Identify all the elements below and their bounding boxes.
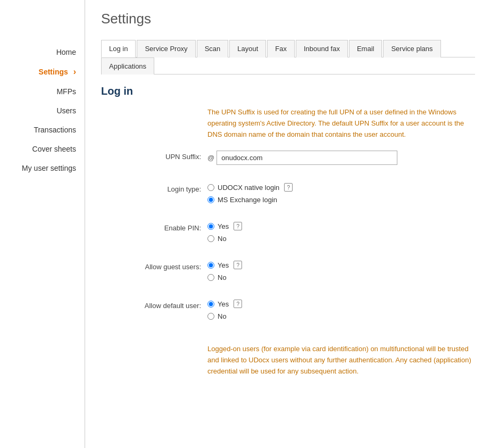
settings-arrow-icon: › xyxy=(73,67,76,77)
allow-default-no-radio[interactable] xyxy=(207,313,214,320)
sidebar-item-settings[interactable]: Settings › xyxy=(0,62,85,82)
enable-pin-no-radio[interactable] xyxy=(207,235,214,242)
tab-applications[interactable]: Applications xyxy=(101,57,154,74)
section-title: Log in xyxy=(101,85,475,97)
allow-default-row: Allow default user: Yes ? No xyxy=(101,300,475,320)
allow-guest-no-label: No xyxy=(218,273,227,281)
tab-fax[interactable]: Fax xyxy=(267,40,295,57)
allow-default-yes-option[interactable]: Yes ? xyxy=(207,300,475,308)
enable-pin-yes-label: Yes xyxy=(218,222,229,230)
upn-suffix-label: UPN Suffix: xyxy=(101,151,207,161)
enable-pin-radio-group: Yes ? No xyxy=(207,222,475,243)
sidebar-item-mfps[interactable]: MFPs xyxy=(0,82,85,101)
upn-at-sign: @ xyxy=(207,154,214,162)
allow-guest-yes-label: Yes xyxy=(218,261,229,269)
allow-guest-radio-group: Yes ? No xyxy=(207,261,475,281)
login-type-radio-group: UDOCX native login ? MS Exchange login xyxy=(207,183,475,204)
login-type-control: UDOCX native login ? MS Exchange login xyxy=(207,183,475,204)
upn-suffix-input[interactable] xyxy=(217,151,397,165)
tab-log-in[interactable]: Log in xyxy=(101,40,136,57)
enable-pin-yes-option[interactable]: Yes ? xyxy=(207,222,475,230)
tab-email[interactable]: Email xyxy=(349,40,382,57)
allow-guest-yes-option[interactable]: Yes ? xyxy=(207,261,475,269)
enable-pin-control: Yes ? No xyxy=(207,222,475,243)
allow-guest-no-radio[interactable] xyxy=(207,274,214,281)
sidebar-item-settings-label: Settings xyxy=(39,68,68,76)
allow-default-radio-group: Yes ? No xyxy=(207,300,475,320)
sidebar-item-cover-sheets[interactable]: Cover sheets xyxy=(0,139,85,159)
enable-pin-label: Enable PIN: xyxy=(101,222,207,232)
allow-guest-control: Yes ? No xyxy=(207,261,475,281)
allow-default-yes-label: Yes xyxy=(218,300,229,308)
allow-default-label: Allow default user: xyxy=(101,300,207,310)
login-type-udocx-radio[interactable] xyxy=(207,184,214,191)
tab-service-proxy[interactable]: Service Proxy xyxy=(137,40,195,57)
allow-default-control: Yes ? No xyxy=(207,300,475,320)
upn-description: The UPN Suffix is used for creating the … xyxy=(207,107,475,140)
allow-default-no-label: No xyxy=(218,312,227,320)
bottom-note: Logged-on users (for example via card id… xyxy=(207,344,473,377)
tabs-row-2: Applications xyxy=(101,57,475,74)
allow-default-no-option[interactable]: No xyxy=(207,312,475,320)
login-type-ms-exchange-option[interactable]: MS Exchange login xyxy=(207,196,475,204)
allow-default-yes-radio[interactable] xyxy=(207,301,214,308)
login-type-udocx-help-icon[interactable]: ? xyxy=(284,183,293,192)
login-type-udocx-label: UDOCX native login xyxy=(218,184,279,192)
tab-inbound-fax[interactable]: Inbound fax xyxy=(296,40,348,57)
tabs-row-1: Log in Service Proxy Scan Layout Fax Inb… xyxy=(101,40,475,57)
enable-pin-no-label: No xyxy=(218,235,227,243)
login-type-label: Login type: xyxy=(101,183,207,193)
allow-default-help-icon[interactable]: ? xyxy=(234,300,242,308)
sidebar-item-transactions[interactable]: Transactions xyxy=(0,120,85,139)
sidebar-item-my-user-settings[interactable]: My user settings xyxy=(0,159,85,178)
sidebar-item-home[interactable]: Home xyxy=(0,43,85,62)
enable-pin-yes-radio[interactable] xyxy=(207,223,214,230)
allow-guest-yes-radio[interactable] xyxy=(207,262,214,269)
sidebar: Home Settings › MFPs Users Transactions … xyxy=(0,0,85,448)
login-type-ms-exchange-label: MS Exchange login xyxy=(218,196,277,204)
allow-guest-label: Allow guest users: xyxy=(101,261,207,271)
login-type-row: Login type: UDOCX native login ? MS Exch… xyxy=(101,183,475,204)
enable-pin-row: Enable PIN: Yes ? No xyxy=(101,222,475,243)
page-title: Settings xyxy=(101,11,475,27)
upn-suffix-control: @ xyxy=(207,151,475,165)
allow-guest-help-icon[interactable]: ? xyxy=(234,261,242,269)
enable-pin-no-option[interactable]: No xyxy=(207,235,475,243)
tab-layout[interactable]: Layout xyxy=(229,40,266,57)
tab-scan[interactable]: Scan xyxy=(197,40,229,57)
login-type-udocx-option[interactable]: UDOCX native login ? xyxy=(207,183,475,192)
sidebar-item-users[interactable]: Users xyxy=(0,101,85,120)
enable-pin-help-icon[interactable]: ? xyxy=(234,222,242,230)
allow-guest-row: Allow guest users: Yes ? No xyxy=(101,261,475,281)
login-type-ms-exchange-radio[interactable] xyxy=(207,196,214,203)
upn-suffix-row: UPN Suffix: @ xyxy=(101,151,475,165)
main-content: Settings Log in Service Proxy Scan Layou… xyxy=(85,0,491,448)
allow-guest-no-option[interactable]: No xyxy=(207,273,475,281)
tab-service-plans[interactable]: Service plans xyxy=(383,40,440,57)
